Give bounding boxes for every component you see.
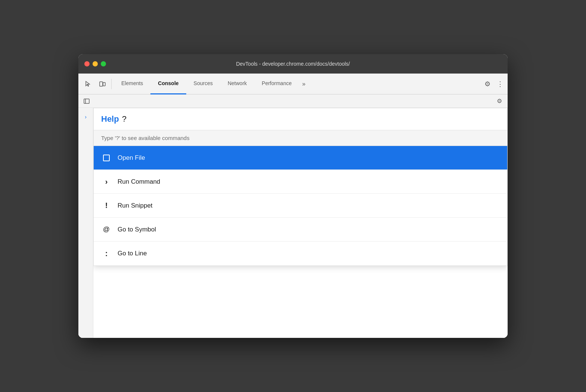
- expand-arrow[interactable]: ›: [85, 114, 87, 120]
- go-to-line-label: Go to Line: [118, 250, 147, 257]
- gear-icon: ⚙: [484, 80, 490, 88]
- devtools-window: DevTools - developer.chrome.com/docs/dev…: [78, 54, 508, 338]
- secondary-toolbar: ⚙: [78, 94, 508, 108]
- device-icon: [99, 81, 106, 87]
- command-palette-header: Help: [94, 108, 507, 130]
- hint-bar: Type '?' to see available commands: [94, 130, 507, 146]
- secondary-gear-icon[interactable]: ⚙: [494, 96, 505, 106]
- cursor-icon: [85, 81, 91, 87]
- minimize-button[interactable]: [93, 61, 98, 66]
- go-to-symbol-label: Go to Symbol: [118, 226, 156, 233]
- tab-sources[interactable]: Sources: [186, 74, 220, 94]
- svg-rect-1: [103, 83, 105, 86]
- run-snippet-label: Run Snippet: [118, 202, 153, 209]
- toolbar-divider: [111, 79, 112, 89]
- command-item-open-file[interactable]: Open File: [94, 146, 507, 170]
- tab-network[interactable]: Network: [220, 74, 254, 94]
- more-tabs-button[interactable]: »: [299, 77, 308, 91]
- run-snippet-icon: !: [101, 201, 112, 210]
- svg-rect-2: [84, 99, 89, 103]
- open-file-icon: [101, 155, 112, 161]
- sidebar-toggle-icon: [81, 96, 92, 106]
- go-to-line-icon: :: [101, 249, 112, 258]
- more-vert-icon: ⋮: [497, 80, 504, 88]
- tab-performance[interactable]: Performance: [254, 74, 299, 94]
- tab-console[interactable]: Console: [150, 74, 186, 94]
- inspect-element-button[interactable]: [81, 77, 95, 91]
- run-command-label: Run Command: [118, 178, 160, 186]
- window-title: DevTools - developer.chrome.com/docs/dev…: [236, 61, 350, 67]
- command-palette: Help Type '?' to see available commands: [93, 108, 508, 266]
- more-options-button[interactable]: ⋮: [496, 77, 505, 91]
- titlebar: DevTools - developer.chrome.com/docs/dev…: [78, 54, 508, 74]
- devtools-body: › Help Type '?' to see available command…: [78, 108, 508, 338]
- open-file-label: Open File: [118, 154, 145, 162]
- command-item-go-to-symbol[interactable]: @ Go to Symbol: [94, 218, 507, 242]
- window-controls: [84, 61, 106, 66]
- command-item-go-to-line[interactable]: : Go to Line: [94, 242, 507, 265]
- toolbar-right: ⚙ ⋮: [481, 77, 505, 91]
- main-toolbar: Elements Console Sources Network Perform…: [78, 74, 508, 94]
- device-toolbar-button[interactable]: [96, 77, 109, 91]
- command-item-run-snippet[interactable]: ! Run Snippet: [94, 194, 507, 218]
- command-item-run-command[interactable]: › Run Command: [94, 170, 507, 194]
- help-label: Help: [101, 114, 119, 124]
- command-input[interactable]: [122, 114, 500, 124]
- go-to-symbol-icon: @: [101, 225, 112, 233]
- maximize-button[interactable]: [101, 61, 106, 66]
- tab-list: Elements Console Sources Network Perform…: [114, 74, 480, 94]
- left-sidebar: ›: [78, 108, 93, 338]
- main-content: Help Type '?' to see available commands: [93, 108, 508, 338]
- run-command-icon: ›: [101, 177, 112, 186]
- close-button[interactable]: [84, 61, 90, 66]
- svg-rect-0: [100, 82, 103, 86]
- settings-button[interactable]: ⚙: [481, 77, 494, 91]
- command-list: Open File › Run Command ! Run Snippet: [94, 146, 507, 265]
- tab-elements[interactable]: Elements: [114, 74, 150, 94]
- devtools-container: Elements Console Sources Network Perform…: [78, 74, 508, 338]
